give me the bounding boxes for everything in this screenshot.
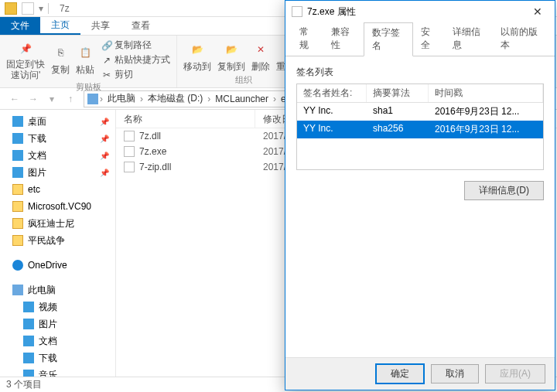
tab-previous-versions[interactable]: 以前的版本: [493, 22, 549, 56]
chevron-right-icon[interactable]: ›: [273, 94, 276, 104]
digest-alg: sha1: [367, 103, 429, 121]
chevron-right-icon[interactable]: ›: [207, 94, 210, 104]
tab-share[interactable]: 共享: [80, 17, 121, 35]
moveto-icon: 📂: [188, 40, 207, 59]
exe-icon: [124, 146, 135, 157]
recent-dropdown[interactable]: ▾: [43, 90, 60, 107]
videos-icon: [23, 302, 34, 312]
crumb-mclauncher[interactable]: MCLauncher: [212, 94, 272, 104]
pictures-icon: [12, 167, 23, 178]
up-button[interactable]: ↑: [62, 90, 79, 107]
sidebar-item-documents[interactable]: 文档📌: [0, 147, 115, 164]
file-name: 7z.exe: [139, 146, 166, 157]
sidebar-item-etc[interactable]: etc: [0, 181, 115, 198]
sidebar-item-downloads[interactable]: 下载📌: [0, 130, 115, 147]
dialog-close-button[interactable]: ✕: [527, 5, 548, 18]
back-button[interactable]: ←: [6, 90, 23, 107]
tab-file[interactable]: 文件: [0, 17, 40, 35]
copy-button[interactable]: ⎘ 复制: [51, 43, 70, 77]
window-title: 7z: [60, 3, 70, 14]
col-signer-name[interactable]: 签名者姓名:: [297, 84, 367, 102]
status-text: 3 个项目: [6, 378, 42, 391]
desktop-icon: [12, 116, 23, 127]
signature-table-header: 签名者姓名: 摘要算法 时间戳: [297, 84, 543, 103]
pin-icon: 📌: [100, 169, 109, 177]
col-digest-algorithm[interactable]: 摘要算法: [367, 84, 429, 102]
sidebar-item-downloads2[interactable]: 下载: [0, 349, 115, 366]
chevron-right-icon[interactable]: ›: [140, 94, 143, 104]
tab-general[interactable]: 常规: [292, 22, 323, 56]
cut-button[interactable]: ✂剪切: [101, 68, 170, 81]
move-to-button[interactable]: 📂移动到: [183, 40, 211, 73]
nav-buttons: ← → ▾ ↑: [6, 90, 79, 107]
ribbon-group-clipboard: 📌 固定到'快 速访问' ⎘ 复制 📋 粘贴 🔗复制路径 ↗粘贴快捷方式 ✂剪切…: [0, 36, 177, 87]
sidebar-item-disney[interactable]: 疯狂迪士尼: [0, 215, 115, 232]
sidebar-item-msvc[interactable]: Microsoft.VC90: [0, 198, 115, 215]
folder-icon: [12, 184, 23, 195]
sidebar-item-war[interactable]: 平民战争: [0, 232, 115, 249]
qat-dropdown-icon[interactable]: ▾: [39, 3, 43, 14]
folder-icon: [12, 235, 23, 246]
sidebar-item-documents2[interactable]: 文档: [0, 332, 115, 349]
detail-button-row: 详细信息(D): [296, 181, 544, 200]
copy-path-button[interactable]: 🔗复制路径: [101, 39, 170, 52]
signer-name: YY Inc.: [297, 121, 367, 138]
file-name: 7z.dll: [139, 131, 161, 141]
tab-compatibility[interactable]: 兼容性: [323, 22, 364, 56]
chevron-right-icon[interactable]: ›: [100, 94, 103, 104]
properties-dialog: 7z.exe 属性 ✕ 常规 兼容性 数字签名 安全 详细信息 以前的版本 签名…: [285, 0, 555, 390]
signature-row[interactable]: YY Inc. sha256 2016年9月23日 12...: [297, 121, 543, 138]
shortcut-icon: ↗: [101, 54, 113, 66]
signature-row[interactable]: YY Inc. sha1 2016年9月23日 12...: [297, 103, 543, 121]
cancel-button[interactable]: 取消: [431, 364, 479, 383]
tab-view[interactable]: 查看: [121, 17, 161, 35]
dialog-titlebar: 7z.exe 属性 ✕: [285, 1, 555, 22]
copy-to-button[interactable]: 📂复制到: [217, 40, 245, 73]
pin-icon: 📌: [100, 118, 109, 126]
col-name[interactable]: 名称: [116, 110, 255, 128]
digest-alg: sha256: [367, 121, 429, 138]
sidebar-item-pictures2[interactable]: 图片: [0, 315, 115, 332]
paste-shortcut-button[interactable]: ↗粘贴快捷方式: [101, 53, 170, 66]
timestamp: 2016年9月23日 12...: [429, 121, 543, 138]
pin-label: 固定到'快 速访问': [6, 60, 45, 80]
separator: [48, 3, 49, 14]
downloads-icon: [12, 133, 23, 144]
explorer-icon: [22, 2, 34, 15]
sidebar-item-music[interactable]: 音乐: [0, 366, 115, 377]
col-timestamp[interactable]: 时间戳: [429, 84, 543, 102]
sidebar-item-desktop[interactable]: 桌面📌: [0, 113, 115, 130]
ok-button[interactable]: 确定: [375, 363, 425, 384]
pin-icon: 📌: [16, 39, 35, 58]
tab-home[interactable]: 主页: [40, 17, 80, 35]
dialog-footer: 确定 取消 应用(A): [285, 357, 555, 390]
signature-table: 签名者姓名: 摘要算法 时间戳 YY Inc. sha1 2016年9月23日 …: [296, 84, 544, 170]
sidebar-item-videos[interactable]: 视频: [0, 298, 115, 315]
folder-icon: [5, 2, 17, 15]
sidebar-item-thispc[interactable]: 此电脑: [0, 281, 115, 298]
delete-button[interactable]: ✕删除: [251, 40, 270, 73]
link-icon: 🔗: [101, 39, 113, 52]
tab-details[interactable]: 详细信息: [445, 22, 493, 56]
delete-icon: ✕: [251, 40, 270, 59]
navigation-pane[interactable]: 桌面📌 下载📌 文档📌 图片📌 etc Microsoft.VC90 疯狂迪士尼…: [0, 110, 116, 377]
pin-quickaccess-button[interactable]: 📌 固定到'快 速访问': [6, 39, 45, 80]
sidebar-item-onedrive[interactable]: OneDrive: [0, 257, 115, 274]
documents-icon: [12, 150, 23, 161]
downloads-icon: [23, 353, 34, 363]
apply-button[interactable]: 应用(A): [485, 364, 545, 383]
sidebar-item-pictures[interactable]: 图片📌: [0, 164, 115, 181]
crumb-thispc[interactable]: 此电脑: [104, 92, 138, 105]
details-button[interactable]: 详细信息(D): [464, 181, 544, 200]
music-icon: [23, 370, 34, 377]
forward-button[interactable]: →: [25, 90, 42, 107]
folder-icon: [12, 201, 23, 212]
copyto-icon: 📂: [222, 40, 241, 59]
crumb-drive-d[interactable]: 本地磁盘 (D:): [145, 92, 206, 105]
pc-icon: [12, 285, 23, 295]
tab-digital-signatures[interactable]: 数字签名: [364, 22, 413, 56]
signature-list-label: 签名列表: [296, 66, 544, 79]
tab-security[interactable]: 安全: [413, 22, 445, 56]
paste-button[interactable]: 📋 粘贴: [76, 43, 94, 77]
dialog-title: 7z.exe 属性: [307, 5, 356, 19]
